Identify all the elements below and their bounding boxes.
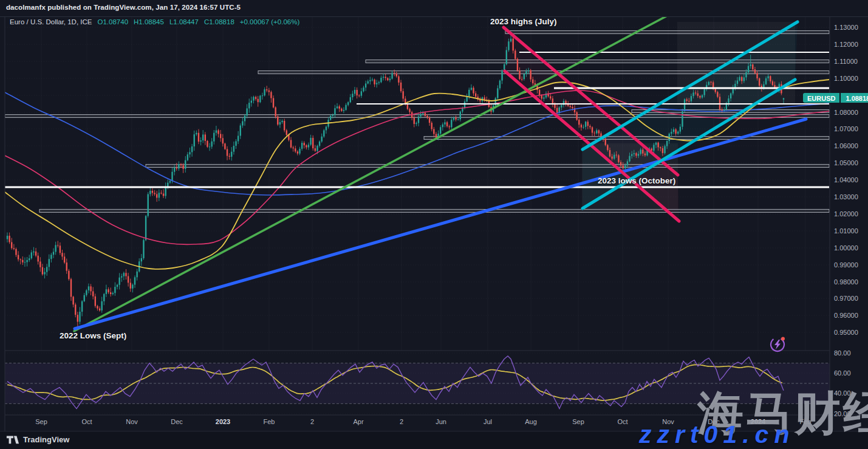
badge-symbol: EURUSD xyxy=(803,93,839,103)
publish-idea-icon[interactable] xyxy=(769,334,787,354)
chart-canvas[interactable] xyxy=(0,0,868,449)
tradingview-glyph-icon xyxy=(6,434,19,445)
last-price-badge: EURUSD 1.08818 xyxy=(803,93,868,103)
badge-price: 1.08818 xyxy=(839,93,868,103)
tradingview-wordmark: TradingView xyxy=(23,435,69,444)
watermark-url: zzrt01.cn xyxy=(639,420,795,449)
tradingview-logo[interactable]: TradingView xyxy=(6,434,69,445)
price-axis[interactable] xyxy=(830,17,868,415)
refresh-bolt-icon xyxy=(769,335,787,354)
blue-major-uptrend xyxy=(75,119,806,329)
main-price-panel[interactable] xyxy=(5,15,830,415)
tradingview-published-chart: dacolmanfx published on TradingView.com,… xyxy=(0,0,868,449)
